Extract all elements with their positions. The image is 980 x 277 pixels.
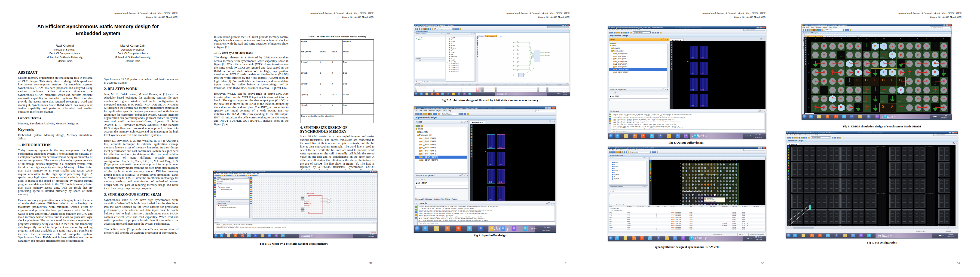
tree-item[interactable]: o1_OBUF (OBUF) (609, 68, 668, 71)
slice-tile[interactable] (803, 147, 815, 161)
package-pin[interactable] (726, 184, 728, 185)
package-pin[interactable] (707, 184, 709, 185)
slice-tile[interactable] (914, 209, 926, 224)
search-commands-box[interactable]: Q· Search commands (933, 134, 957, 136)
slice-tile[interactable] (902, 209, 913, 224)
toolbar-icon[interactable] (845, 29, 846, 31)
word[interactable] (835, 234, 838, 237)
menu-item[interactable]: View (810, 134, 815, 136)
menu-item[interactable]: Layout (625, 149, 630, 150)
package-pin[interactable] (717, 187, 719, 189)
tree-item[interactable]: a4_IBUF (IBUF) (446, 68, 475, 70)
slice-tile[interactable] (939, 162, 950, 177)
menu-item[interactable]: Layout (251, 173, 256, 174)
menu-item[interactable]: Help (815, 134, 819, 136)
taskbar-clock[interactable]: 1:53 AM2/9/2013 (943, 233, 957, 238)
xilinx-launcher[interactable] (452, 93, 455, 95)
package-pin[interactable] (726, 174, 728, 176)
chrome[interactable] (826, 234, 830, 237)
package-pin[interactable] (729, 177, 731, 179)
slice-tile[interactable] (828, 194, 840, 208)
chrome[interactable] (247, 234, 251, 237)
toolbar-icon[interactable] (222, 175, 223, 176)
package-pin[interactable] (720, 177, 722, 179)
toolbar-icon[interactable] (428, 28, 430, 30)
search-commands-box[interactable]: Q· Search commands (743, 149, 765, 151)
tree-item[interactable]: d2 (446, 43, 475, 44)
xilinx-launcher[interactable] (858, 115, 862, 119)
package-pin[interactable] (723, 177, 725, 179)
tray-icons[interactable]: ◂ ▸ ▪ ♦ (747, 237, 752, 239)
device-tool-icon[interactable] (671, 56, 672, 58)
toolbar-icon[interactable] (218, 175, 220, 176)
slice-tile[interactable] (791, 147, 803, 161)
toolbar-icon[interactable] (246, 175, 247, 176)
toolbar-icon[interactable] (424, 28, 426, 30)
package-pin[interactable] (729, 167, 731, 169)
package-tool-icon[interactable] (650, 165, 651, 166)
package-pin[interactable] (686, 177, 687, 179)
maximize-button[interactable] (946, 24, 948, 26)
toolbar-icon[interactable] (819, 29, 821, 31)
toolbar-icon[interactable] (792, 137, 794, 138)
ip-input[interactable] (609, 98, 668, 101)
device-tool-icon[interactable] (788, 176, 789, 177)
package-pin[interactable] (707, 174, 709, 176)
menu-item[interactable]: Help (635, 149, 638, 150)
menu-item[interactable]: File (802, 26, 806, 28)
toolbar-icon[interactable] (216, 175, 218, 176)
maximize-button[interactable] (548, 107, 551, 109)
io-port-row[interactable]: ▷ weInput▢default (LVCMOS18)1.800NONENON… (609, 228, 765, 230)
io-col-header[interactable]: Vref (505, 84, 514, 85)
package-pin[interactable] (686, 204, 687, 205)
io-port-row[interactable]: ▷ a4Input▢default (LVCMOS18)1.800NONENON… (609, 217, 765, 218)
tree-item[interactable]: d2_IBUF (IBUF) (609, 66, 668, 68)
slice-tile[interactable] (889, 147, 901, 161)
device-tool-icon[interactable] (671, 49, 672, 51)
package-pin[interactable] (704, 167, 706, 169)
toolbar-icon[interactable] (803, 29, 804, 31)
internet-explorer[interactable] (615, 236, 619, 240)
slice-tile[interactable] (914, 225, 926, 226)
package-pin[interactable] (713, 180, 715, 182)
device-tool-icon[interactable] (671, 59, 672, 60)
taskbar-clock[interactable]: 12:45 AM2/9/2013 (752, 236, 765, 241)
package-pin[interactable] (686, 200, 687, 203)
title-bar[interactable]: sram - [G:/xilinx/ravim/sram/planAhead_r… (608, 147, 766, 149)
toolbar-icon[interactable] (415, 113, 417, 115)
core-generator[interactable] (468, 93, 471, 95)
firefox[interactable] (240, 234, 244, 237)
tcl-icon[interactable] (609, 120, 611, 122)
device-tool-icon[interactable] (788, 173, 789, 174)
package-pin[interactable] (729, 180, 731, 182)
schematic-tool-icon[interactable] (250, 197, 252, 198)
help-window[interactable] (458, 93, 460, 95)
toolbar-icon[interactable] (467, 113, 469, 115)
package-pin[interactable] (695, 187, 697, 189)
package-pin[interactable] (713, 177, 715, 179)
package-pin[interactable] (711, 190, 712, 192)
package-pin[interactable] (713, 204, 715, 205)
toolbar-icon[interactable] (457, 28, 459, 30)
package-pin[interactable] (698, 200, 700, 203)
tree-item[interactable]: a1_IBUF (IBUF) (446, 63, 475, 65)
device-tool-icon[interactable] (471, 130, 473, 132)
package-pin[interactable] (729, 200, 731, 203)
package-pin[interactable] (686, 190, 687, 192)
package-pin[interactable] (695, 197, 697, 199)
taskbar-clock[interactable]: 12:43 AM2/9/2013 (560, 92, 569, 96)
device-tool-icon[interactable] (471, 144, 473, 146)
media-player[interactable] (445, 226, 450, 231)
tree-item[interactable]: d1_IBUF (446, 41, 475, 43)
menu-item[interactable]: View (442, 110, 447, 112)
tree-item[interactable]: sramq (415, 127, 467, 131)
toolbar-icon[interactable] (253, 175, 255, 176)
package-pin[interactable] (698, 177, 700, 179)
canvas-tool-icon[interactable] (805, 59, 806, 60)
slice-tile[interactable] (840, 178, 852, 193)
schematic-strip-icon[interactable] (477, 45, 478, 47)
canvas-tool-icon[interactable] (805, 61, 806, 62)
menu-item[interactable]: Project (224, 173, 229, 174)
canvas-scrollbar[interactable] (950, 37, 951, 114)
panel-buttons[interactable]: – ❐ ⤢ ✕ (470, 33, 475, 35)
